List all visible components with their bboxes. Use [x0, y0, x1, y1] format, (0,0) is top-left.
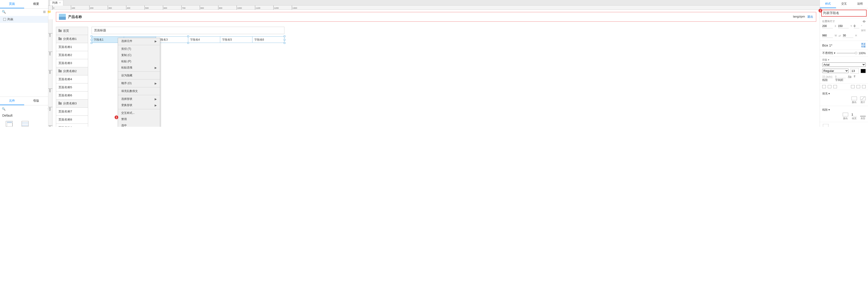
close-icon[interactable]: ×	[59, 1, 61, 4]
line-width-input[interactable]	[851, 113, 857, 116]
context-menu: 选择元件▶ 剪切 (T) 复制 (C) 粘贴 (P) 粘贴选项▶ 设为隐藏 顺序…	[118, 38, 160, 127]
tab-notes[interactable]: 说明	[852, 0, 868, 8]
x-input[interactable]	[822, 24, 833, 28]
lock-aspect-icon[interactable]: ⇄	[839, 34, 841, 37]
resize-handle[interactable]	[91, 42, 92, 44]
menu-select-widgets[interactable]: 选择元件▶	[118, 38, 160, 44]
line-height-input[interactable]	[822, 75, 833, 78]
line-type-swatch[interactable]	[860, 113, 866, 116]
align-center-icon[interactable]	[828, 85, 831, 88]
typography-label[interactable]: 排版 ▾	[822, 58, 866, 61]
tab-widgets[interactable]: 元件	[0, 97, 24, 105]
tab-masters[interactable]: 母版	[24, 97, 48, 105]
menu-cut[interactable]: 剪切 (T)	[118, 46, 160, 52]
valign-top-icon[interactable]	[851, 85, 855, 88]
nav-page7[interactable]: 页面名称7	[56, 108, 88, 116]
nav-cat1[interactable]: 分类名称1	[56, 35, 88, 43]
proto-header[interactable]: 产品名称 langzipm 退出	[56, 12, 816, 22]
arrow-end-icon[interactable]	[861, 124, 866, 127]
align-left-icon[interactable]	[822, 85, 826, 88]
menu-selected[interactable]: 选中	[118, 122, 160, 127]
widget-style-name[interactable]: Box 1*	[822, 43, 832, 47]
char-space-input[interactable]	[835, 75, 846, 78]
iframe-icon	[6, 121, 13, 127]
nav-page4[interactable]: 页面名称4	[56, 75, 88, 83]
nav-page3[interactable]: 页面名称3	[56, 59, 88, 67]
nav-page9[interactable]: 页面名称9	[56, 124, 88, 127]
valign-bottom-icon[interactable]	[862, 85, 866, 88]
page-tree-item[interactable]: 列表	[0, 16, 48, 23]
widget-repeater[interactable]: 中继器	[21, 121, 29, 127]
menu-set-hidden[interactable]: 设为隐藏	[118, 73, 160, 79]
menu-order[interactable]: 顺序 (O)▶	[118, 80, 160, 86]
folder-icon	[58, 102, 62, 105]
font-color-swatch[interactable]	[861, 69, 866, 73]
nav-home[interactable]: 首页	[56, 27, 88, 35]
pages-search-input[interactable]	[7, 10, 42, 13]
nav-page2[interactable]: 页面名称2	[56, 51, 88, 59]
fill-image-swatch[interactable]	[860, 96, 866, 100]
search-icon: 🔍	[2, 10, 6, 13]
menu-paste[interactable]: 粘贴 (P)	[118, 58, 160, 64]
align-right-icon[interactable]	[833, 85, 837, 88]
text-case-icon[interactable]: Aa	[848, 75, 851, 82]
font-size-input[interactable]	[850, 68, 859, 74]
height-input[interactable]	[843, 33, 853, 38]
tab-pages[interactable]: 页面	[0, 0, 24, 8]
widget-library-name[interactable]: Default	[0, 112, 48, 119]
page-tree-label: 列表	[7, 17, 13, 22]
arrow-start-icon[interactable]	[854, 124, 859, 127]
logout-link[interactable]: 退出	[807, 15, 813, 19]
opacity-label[interactable]: 不透明性 ▾	[822, 51, 835, 55]
nav-cat2[interactable]: 分类名称2	[56, 67, 88, 75]
visibility-icon[interactable]	[863, 20, 866, 23]
strikethrough-icon[interactable]: T̶	[854, 75, 855, 82]
page-title-widget[interactable]: 页面标题	[92, 27, 284, 34]
font-weight-select[interactable]: Regular	[822, 69, 849, 73]
resize-handle[interactable]	[91, 35, 92, 37]
rotation-input[interactable]	[854, 24, 859, 28]
width-input[interactable]	[822, 33, 833, 38]
fill-label[interactable]: 填充 ▾	[822, 92, 830, 95]
menu-select-shape[interactable]: 选择形状▶	[118, 96, 160, 102]
menu-lorem[interactable]: 填充乱数假文	[118, 88, 160, 94]
product-name: 产品名称	[68, 15, 82, 19]
tab-outline[interactable]: 概要	[24, 0, 48, 8]
resize-handle[interactable]	[284, 42, 285, 44]
nav-page5[interactable]: 页面名称5	[56, 83, 88, 91]
add-page-icon[interactable]: ⊞	[43, 10, 46, 13]
resize-handle[interactable]	[284, 35, 285, 37]
menu-copy[interactable]: 复制 (C)	[118, 52, 160, 58]
line-color-swatch[interactable]	[843, 113, 848, 116]
widgets-search-input[interactable]	[7, 107, 46, 111]
nav-page6[interactable]: 页面名称6	[56, 91, 88, 100]
widget-iframe[interactable]: 内联框架	[4, 121, 14, 127]
visibility-toggle-icon[interactable]	[823, 124, 829, 127]
line-label[interactable]: 线段 ▾	[822, 108, 830, 111]
update-create-link[interactable]: 更新创建	[861, 43, 866, 48]
nav-page8[interactable]: 页面名称8	[56, 116, 88, 124]
resize-handle[interactable]	[284, 39, 285, 40]
tab-style[interactable]: 样式	[820, 0, 836, 8]
opacity-slider[interactable]	[837, 53, 857, 53]
nav-page1[interactable]: 页面名称1	[56, 43, 88, 51]
folder-icon	[58, 70, 62, 73]
resize-handle[interactable]	[187, 35, 189, 37]
menu-disable[interactable]: 禁用	[118, 116, 160, 122]
y-input[interactable]	[838, 24, 849, 28]
menu-paste-options[interactable]: 粘贴选项▶	[118, 64, 160, 71]
valign-middle-icon[interactable]	[857, 85, 860, 88]
nav-cat3[interactable]: 分类名称3	[56, 100, 88, 108]
document-tab[interactable]: 列表 ×	[50, 0, 63, 5]
search-icon: 🔍	[2, 107, 5, 111]
selection-name-input[interactable]: 列表字段名	[821, 10, 867, 17]
resize-handle[interactable]	[91, 39, 92, 40]
canvas[interactable]: 产品名称 langzipm 退出 首页 分类名称1 页面名称1 页面名称2 页面…	[53, 10, 820, 127]
logo-icon	[59, 14, 66, 20]
font-select[interactable]: Arial	[822, 62, 866, 67]
menu-transform-shape[interactable]: 变换形状▶	[118, 102, 160, 108]
fill-color-swatch[interactable]	[851, 96, 857, 100]
resize-handle[interactable]	[187, 42, 189, 44]
tab-interactions[interactable]: 交互	[836, 0, 852, 8]
menu-ix-styles[interactable]: 交互样式...	[118, 110, 160, 116]
